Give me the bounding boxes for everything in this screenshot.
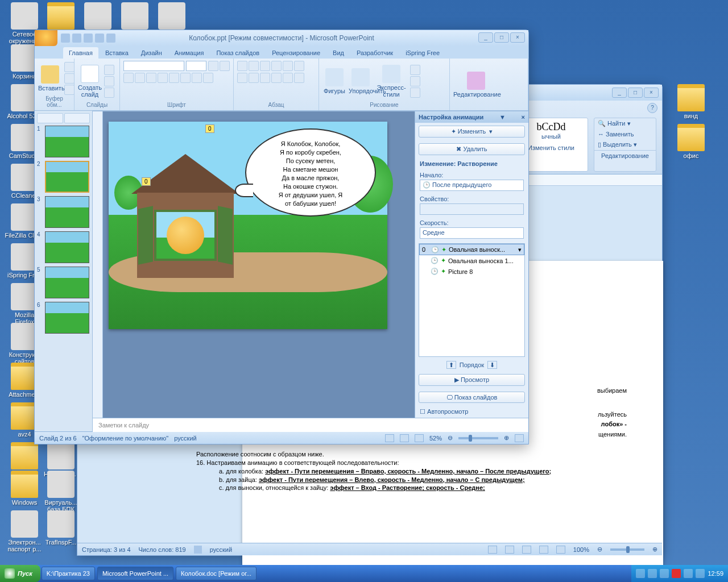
taskbar-button[interactable]: Microsoft PowerPoint ... [97,567,173,580]
reorder-down-icon[interactable]: ⬇ [487,361,497,369]
copy-icon[interactable] [64,73,75,84]
word-view5[interactable] [556,546,565,554]
ribbon-tab[interactable]: Анимация [169,47,210,59]
anim-pane-menu-icon[interactable]: ▼ [499,114,506,120]
word-view3[interactable] [522,546,531,554]
reset-icon[interactable] [104,76,114,86]
pp-titlebar[interactable]: Колобок.ppt [Режим совместимости] - Micr… [35,30,528,46]
delete-slide-icon[interactable] [104,88,114,98]
anim-autopreview-checkbox[interactable]: ☐ Автопросмотр [415,406,528,418]
case-icon[interactable] [192,73,202,83]
slides-tab[interactable] [37,113,63,123]
desktop-icon[interactable]: винд [671,84,711,119]
columns-icon[interactable] [283,73,293,83]
tray-icon[interactable] [636,569,645,578]
tray-icon[interactable] [648,569,657,578]
arrange-button[interactable]: Упорядочить [349,68,373,94]
anim-preview-button[interactable]: ▶ Просмотр [419,374,525,386]
word-max-button[interactable]: □ [628,88,643,98]
reorder-up-icon[interactable]: ⬆ [446,361,456,369]
shape-effects-icon[interactable] [410,88,420,98]
slide-thumbnail[interactable]: 6 [37,302,90,334]
vertical-ruler[interactable] [93,111,103,418]
slide-thumbnail[interactable]: 3 [37,196,90,228]
tray-icon[interactable] [660,569,669,578]
bold-icon[interactable] [123,73,134,83]
word-lang[interactable]: русский [210,546,232,553]
new-slide-button[interactable]: Создать слайд [78,65,102,98]
word-close-button[interactable]: × [644,88,659,98]
pp-zoom-slider[interactable] [458,437,498,439]
anim-start-select[interactable]: 🕒 После предыдущего [420,180,524,191]
select-button[interactable]: ▯ Выделить ▾ [594,139,656,150]
pp-max-button[interactable]: □ [494,32,509,43]
strike-icon[interactable] [158,73,168,83]
qat-print-icon[interactable] [106,34,115,43]
sorter-view-icon[interactable] [400,434,409,442]
word-view1[interactable] [488,546,497,554]
paste-button[interactable]: Вставить [38,65,62,92]
format-painter-icon[interactable] [64,85,75,95]
notes-pane[interactable]: Заметки к слайду [93,418,528,432]
zoom-in-icon[interactable]: ⊕ [504,434,509,442]
house-shape[interactable] [137,176,234,278]
font-family-select[interactable] [123,61,184,71]
kolobok-character[interactable] [167,217,204,254]
slide-thumbnail[interactable]: 4 [37,231,90,263]
pp-language[interactable]: русский [174,435,196,442]
layout-icon[interactable] [104,65,114,75]
office-button[interactable] [35,30,57,46]
cut-icon[interactable] [64,62,75,72]
tray-icon[interactable] [696,569,705,578]
animation-marker-1[interactable]: 0 [142,177,151,186]
align-left-icon[interactable] [237,73,247,83]
grow-font-icon[interactable] [208,61,218,71]
desktop-icon[interactable]: Windows [5,471,44,506]
slide-canvas-area[interactable]: Я Колобок, Колобок, Я по коробу скребен,… [103,111,415,418]
replace-button[interactable]: ↔ Заменить [594,129,656,139]
zoom-out-icon[interactable]: ⊖ [448,434,453,442]
fit-window-icon[interactable] [515,434,524,442]
normal-view-icon[interactable] [385,434,394,442]
pp-slide-indicator[interactable]: Слайд 2 из 6 [39,435,77,442]
ribbon-tab[interactable]: Рецензирование [266,47,326,59]
ribbon-tab[interactable]: Дизайн [135,47,168,59]
taskbar-clock[interactable]: 12:59 [708,570,723,577]
word-page-status[interactable]: Страница: 3 из 4 [82,546,131,553]
qat-save-icon[interactable] [61,34,70,43]
textdir-icon[interactable] [294,61,304,71]
anim-effect-list[interactable]: 0🕒✦Овальная выноск...▾🕒✦Овальная выноска… [419,243,525,357]
slide-thumbnail[interactable]: 5 [37,267,90,298]
shape-outline-icon[interactable] [410,76,420,86]
zoom-in-icon[interactable]: ⊕ [652,546,657,553]
ribbon-tab[interactable]: Разработчик [351,47,399,59]
tray-icon[interactable] [684,569,693,578]
tray-icon[interactable] [672,569,681,578]
spellcheck-icon[interactable] [194,546,202,554]
smartart-icon[interactable] [294,73,304,83]
taskbar-button[interactable]: K:\Практика 23 [42,567,95,580]
numbering-icon[interactable] [249,61,259,71]
anim-pane-close-icon[interactable]: × [522,114,525,120]
word-view2[interactable] [505,546,514,554]
slide-canvas[interactable]: Я Колобок, Колобок, Я по коробу скребен,… [109,122,387,329]
word-zoom[interactable]: 100% [573,546,589,553]
indent-dec-icon[interactable] [260,61,270,71]
desktop-icon[interactable]: Электрон... паспорт р... [5,510,44,552]
help-icon[interactable]: ? [647,103,657,113]
ribbon-tab[interactable]: Показ слайдов [210,47,265,59]
ribbon-tab[interactable]: Главная [63,47,98,59]
shrink-font-icon[interactable] [220,61,230,71]
word-view4[interactable] [539,546,548,554]
desktop-icon[interactable]: TrafInspF... [41,510,81,546]
linespacing-icon[interactable] [283,61,293,71]
anim-slideshow-button[interactable]: 🖵 Показ слайдов [419,392,525,403]
underline-icon[interactable] [146,73,156,83]
speech-bubble[interactable]: Я Колобок, Колобок, Я по коробу скребен,… [245,128,376,217]
anim-list-item[interactable]: 🕒✦Овальная выноска 1... [419,255,524,266]
anim-change-button[interactable]: ✦ Изменить ▾ [419,126,525,138]
taskbar-button[interactable]: Колобок.doc [Режим ог... [176,567,257,580]
anim-list-item[interactable]: 0🕒✦Овальная выноск...▾ [419,244,524,255]
slide-thumbnail[interactable]: 1 [37,126,90,157]
ribbon-tab[interactable]: Вид [327,47,350,59]
